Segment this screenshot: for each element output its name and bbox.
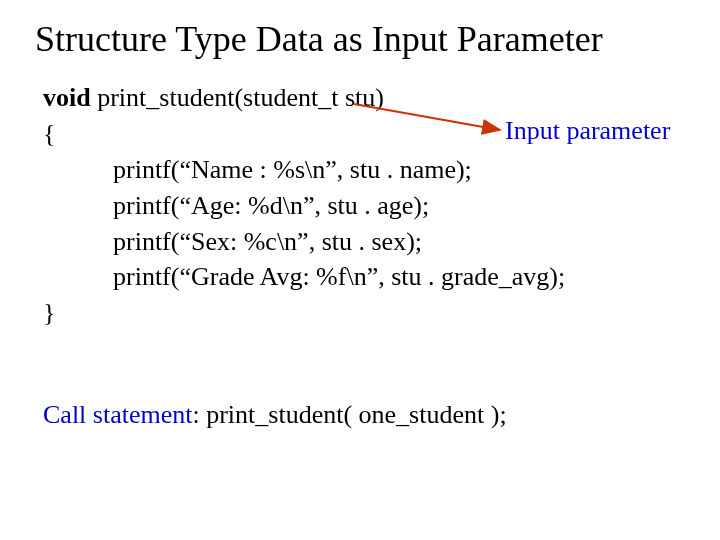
slide: Structure Type Data as Input Parameter v… — [0, 0, 720, 540]
code-line-4: printf(“Grade Avg: %f\n”, stu . grade_av… — [113, 259, 565, 295]
call-label: Call statement — [43, 400, 192, 429]
code-block: void print_student(student_t stu) { prin… — [43, 80, 565, 331]
call-sep: : — [192, 400, 206, 429]
signature-rest: print_student(student_t stu) — [91, 83, 384, 112]
call-statement: Call statement: print_student( one_stude… — [43, 400, 507, 430]
code-signature: void print_student(student_t stu) — [43, 80, 565, 116]
open-brace: { — [43, 116, 565, 152]
code-line-1: printf(“Name : %s\n”, stu . name); — [113, 152, 565, 188]
keyword-void: void — [43, 83, 91, 112]
code-line-3: printf(“Sex: %c\n”, stu . sex); — [113, 224, 565, 260]
code-line-2: printf(“Age: %d\n”, stu . age); — [113, 188, 565, 224]
close-brace: } — [43, 295, 565, 331]
slide-title: Structure Type Data as Input Parameter — [35, 18, 603, 60]
annotation-label: Input parameter — [505, 116, 670, 146]
call-code: print_student( one_student ); — [206, 400, 506, 429]
